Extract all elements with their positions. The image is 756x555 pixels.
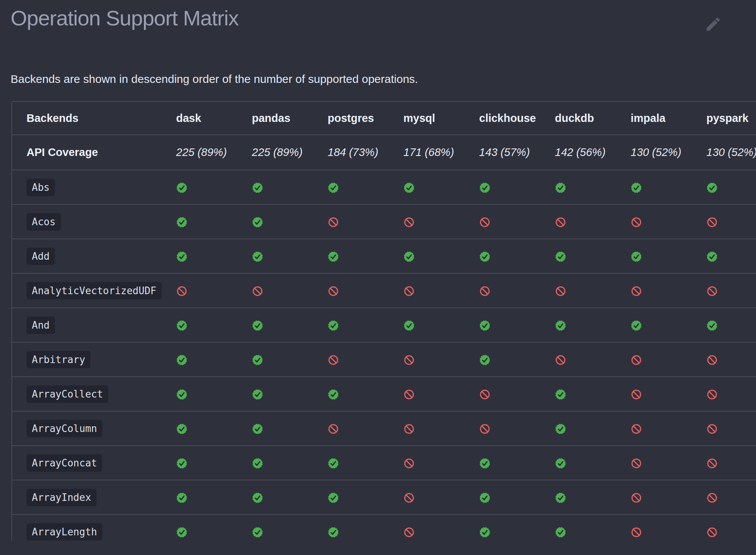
- corner-header-backends: Backends: [12, 102, 161, 135]
- api-coverage-value: 143 (57%): [479, 146, 530, 158]
- support-cell: [464, 515, 540, 541]
- edit-page-button[interactable]: [704, 15, 723, 33]
- support-cell: [464, 480, 540, 515]
- prohibited-icon: [555, 354, 566, 366]
- api-coverage-cell: 171 (68%): [388, 135, 464, 170]
- prohibited-icon: [631, 285, 642, 297]
- backend-column-header: pandas: [237, 102, 312, 135]
- operation-name-badge: ArrayConcat: [27, 454, 102, 472]
- support-cell: [615, 412, 691, 446]
- operation-row: Acos: [12, 205, 756, 239]
- supported-check-badge-icon: [176, 217, 187, 228]
- support-cell: [464, 377, 540, 412]
- support-cell: [388, 239, 464, 274]
- api-coverage-cell: 130 (52%): [691, 135, 756, 170]
- prohibited-icon: [631, 389, 642, 400]
- support-cell: [464, 239, 540, 274]
- supported-check-badge-icon: [555, 320, 566, 331]
- supported-check-badge-icon: [631, 320, 642, 331]
- support-cell: [161, 170, 237, 205]
- support-cell: [691, 205, 756, 239]
- support-cell: [540, 274, 615, 308]
- support-cell: [312, 308, 388, 343]
- operation-name-badge: ArrayLength: [27, 523, 102, 541]
- backend-column-header: duckdb: [540, 102, 615, 135]
- supported-check-badge-icon: [328, 251, 339, 262]
- support-cell: [540, 412, 615, 446]
- supported-check-badge-icon: [706, 251, 718, 262]
- support-cell: [615, 446, 691, 480]
- support-cell: [237, 205, 312, 239]
- support-cell: [464, 274, 540, 308]
- supported-check-badge-icon: [252, 389, 263, 400]
- prohibited-icon: [252, 285, 263, 297]
- table-body: API Coverage225 (89%)225 (89%)184 (73%)1…: [12, 135, 756, 541]
- prohibited-icon: [631, 423, 642, 435]
- operation-name-cell: ArrayCollect: [12, 377, 161, 412]
- prohibited-icon: [403, 458, 415, 469]
- operation-name-badge: And: [27, 316, 55, 334]
- support-cell: [691, 239, 756, 274]
- support-cell: [161, 515, 237, 541]
- api-coverage-cell: 225 (89%): [161, 135, 237, 170]
- api-coverage-value: 225 (89%): [252, 146, 303, 158]
- support-cell: [312, 412, 388, 446]
- support-cell: [312, 343, 388, 377]
- api-coverage-cell: 225 (89%): [237, 135, 312, 170]
- supported-check-badge-icon: [631, 251, 642, 262]
- operation-name-badge: Add: [27, 248, 55, 265]
- prohibited-icon: [706, 389, 718, 400]
- supported-check-badge-icon: [555, 423, 566, 435]
- support-cell: [540, 446, 615, 480]
- supported-check-badge-icon: [403, 320, 415, 331]
- table-scroll-container[interactable]: Backendsdaskpandaspostgresmysqlclickhous…: [11, 101, 756, 541]
- supported-check-badge-icon: [176, 251, 187, 262]
- page: Operation Support Matrix Backends are sh…: [0, 0, 756, 555]
- supported-check-badge-icon: [176, 182, 187, 193]
- supported-check-badge-icon: [252, 217, 263, 228]
- support-cell: [615, 343, 691, 377]
- page-title: Operation Support Matrix: [0, 0, 756, 30]
- support-cell: [691, 446, 756, 480]
- support-cell: [388, 412, 464, 446]
- supported-check-badge-icon: [176, 423, 187, 435]
- support-cell: [615, 308, 691, 343]
- support-cell: [540, 205, 615, 239]
- support-cell: [161, 480, 237, 515]
- operation-row: And: [12, 308, 756, 343]
- support-cell: [540, 515, 615, 541]
- prohibited-icon: [403, 217, 415, 228]
- prohibited-icon: [328, 285, 339, 297]
- operation-row: Abs: [12, 170, 756, 205]
- supported-check-badge-icon: [252, 527, 263, 538]
- support-cell: [540, 239, 615, 274]
- support-cell: [691, 343, 756, 377]
- support-matrix-table: Backendsdaskpandaspostgresmysqlclickhous…: [12, 102, 756, 541]
- support-cell: [540, 308, 615, 343]
- prohibited-icon: [479, 423, 490, 435]
- operation-row: ArrayLength: [12, 515, 756, 541]
- prohibited-icon: [479, 285, 490, 297]
- support-cell: [161, 205, 237, 239]
- prohibited-icon: [631, 527, 642, 538]
- support-cell: [691, 377, 756, 412]
- supported-check-badge-icon: [328, 527, 339, 538]
- support-cell: [464, 170, 540, 205]
- support-cell: [312, 239, 388, 274]
- support-cell: [691, 274, 756, 308]
- api-coverage-value: 130 (52%): [706, 146, 756, 158]
- support-cell: [237, 274, 312, 308]
- operation-name-badge: Arbitrary: [27, 351, 91, 368]
- supported-check-badge-icon: [176, 354, 187, 366]
- prohibited-icon: [403, 354, 415, 366]
- supported-check-badge-icon: [479, 527, 490, 538]
- support-cell: [388, 308, 464, 343]
- prohibited-icon: [479, 217, 490, 228]
- operation-name-cell: Arbitrary: [12, 343, 161, 377]
- supported-check-badge-icon: [403, 251, 415, 262]
- support-cell: [312, 377, 388, 412]
- support-cell: [388, 515, 464, 541]
- supported-check-badge-icon: [631, 182, 642, 193]
- supported-check-badge-icon: [328, 389, 339, 400]
- prohibited-icon: [706, 423, 718, 435]
